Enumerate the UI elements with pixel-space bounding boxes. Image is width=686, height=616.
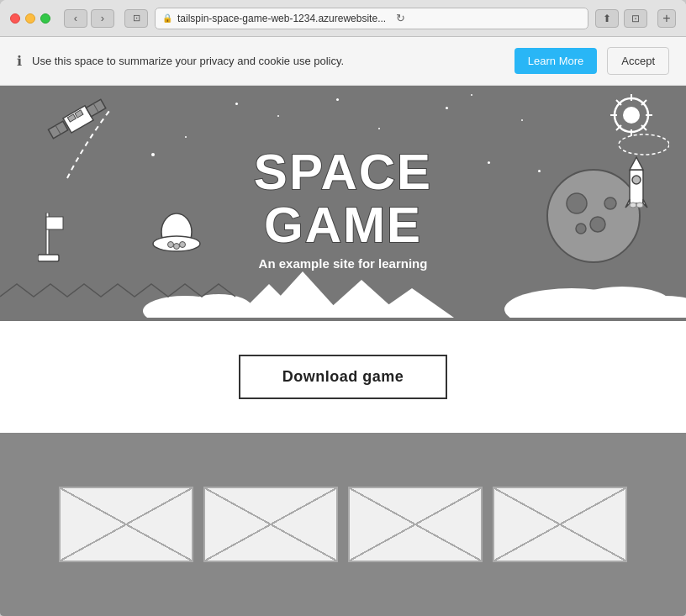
svg-point-17: [547, 170, 640, 262]
svg-point-22: [619, 134, 669, 155]
browser-titlebar: ‹ › ⊡ 🔒 tailspin-space-game-web-1234.azu…: [0, 0, 686, 37]
svg-rect-36: [46, 217, 63, 229]
svg-point-29: [636, 203, 643, 208]
new-tab-button[interactable]: +: [657, 9, 676, 28]
tab-view-button[interactable]: ⊡: [124, 9, 148, 28]
cookie-text: Use this space to summarize your privacy…: [32, 55, 504, 67]
hero-section: SPACE GAME An example site for learning: [0, 86, 686, 321]
svg-marker-27: [643, 199, 647, 208]
mountains-decoration: [0, 267, 686, 321]
download-game-button[interactable]: Download game: [239, 355, 448, 399]
lock-icon: 🔒: [162, 13, 172, 23]
url-text: tailspin-space-game-web-1234.azurewebsit…: [177, 13, 386, 24]
browser-window: ‹ › ⊡ 🔒 tailspin-space-game-web-1234.azu…: [0, 0, 686, 616]
browser-content: ℹ Use this space to summarize your priva…: [0, 37, 686, 616]
info-icon: ℹ: [17, 53, 22, 69]
browser-actions: ⬆ ⊡: [595, 9, 647, 28]
forward-button[interactable]: ›: [91, 9, 114, 28]
svg-point-28: [630, 203, 636, 208]
flag-decoration: [38, 213, 80, 275]
svg-marker-24: [630, 157, 643, 170]
ufo-decoration: [143, 200, 210, 271]
share-button[interactable]: ⬆: [595, 9, 619, 28]
address-bar[interactable]: 🔒 tailspin-space-game-web-1234.azurewebs…: [155, 8, 588, 29]
svg-point-20: [576, 224, 586, 234]
maximize-button[interactable]: [40, 13, 50, 24]
svg-point-16: [623, 107, 640, 124]
svg-rect-23: [630, 170, 643, 203]
learn-more-button[interactable]: Learn More: [514, 48, 597, 74]
placeholder-image-3: [348, 487, 483, 562]
svg-point-21: [604, 197, 616, 209]
svg-point-25: [632, 176, 641, 184]
traffic-lights: [10, 13, 50, 24]
hero-title-text: SPACE GAME: [254, 145, 432, 251]
svg-point-33: [174, 244, 180, 250]
placeholder-image-1: [59, 487, 193, 562]
svg-point-32: [168, 242, 174, 248]
minimize-button[interactable]: [25, 13, 35, 24]
footer-section: [0, 433, 686, 616]
accept-button[interactable]: Accept: [607, 47, 669, 75]
hero-title: SPACE GAME: [254, 145, 432, 251]
placeholder-image-4: [493, 487, 627, 562]
svg-rect-37: [38, 255, 59, 261]
back-button[interactable]: ‹: [64, 9, 87, 28]
svg-point-34: [180, 242, 186, 248]
placeholder-image-2: [203, 487, 338, 562]
reading-mode-button[interactable]: ⊡: [624, 9, 647, 28]
cookie-banner: ℹ Use this space to summarize your priva…: [0, 37, 686, 86]
download-section: Download game: [0, 321, 686, 433]
close-button[interactable]: [10, 13, 20, 24]
nav-buttons: ‹ ›: [64, 9, 114, 28]
svg-point-19: [590, 217, 605, 232]
reload-button[interactable]: ↻: [391, 9, 409, 28]
satellite-decoration: [17, 94, 126, 198]
svg-point-18: [567, 193, 587, 213]
